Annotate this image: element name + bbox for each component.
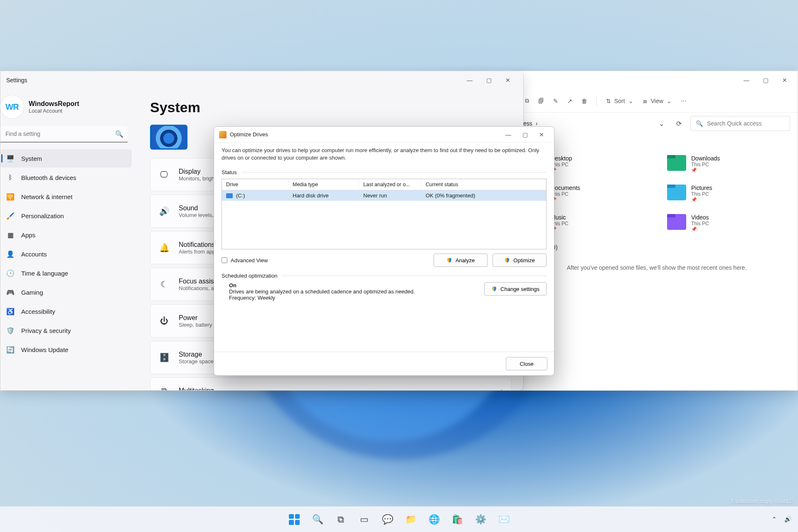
col-media[interactable]: Media type bbox=[288, 179, 359, 190]
task-view-icon[interactable]: ⧉ bbox=[332, 510, 350, 529]
drives-table[interactable]: Drive Media type Last analyzed or o... C… bbox=[222, 179, 547, 249]
start-button[interactable] bbox=[285, 510, 303, 529]
profile-name: WindowsReport bbox=[29, 100, 79, 108]
settings-maximize-button[interactable]: ▢ bbox=[479, 74, 498, 87]
explorer-command-bar: ⧉ 🗐 ✎ ↗ 🗑 ⇅ Sort ⌄ ≣ View ⌄ ⋯ bbox=[516, 89, 798, 113]
nav-icon: 🛡️ bbox=[6, 327, 15, 335]
copy-icon[interactable]: ⧉ bbox=[525, 97, 529, 104]
taskbar-search-icon[interactable]: 🔍 bbox=[308, 510, 327, 529]
search-icon: 🔍 bbox=[696, 120, 703, 127]
pin-icon: 📌 bbox=[551, 197, 580, 202]
widgets-icon[interactable]: ▭ bbox=[355, 510, 373, 529]
refresh-icon[interactable]: ⟳ bbox=[673, 120, 685, 128]
change-settings-button[interactable]: Change settings bbox=[484, 282, 547, 296]
schedule-state: On bbox=[229, 282, 415, 288]
sidebar-item-system[interactable]: 🖥️System bbox=[0, 149, 132, 167]
desktop-preview-thumb[interactable] bbox=[150, 125, 187, 150]
optimize-app-icon bbox=[219, 131, 227, 138]
share-icon[interactable]: ↗ bbox=[567, 98, 572, 104]
sidebar-item-time-language[interactable]: 🕒Time & language bbox=[0, 264, 132, 282]
recent-section-header[interactable]: ⌄ t files (0) bbox=[527, 244, 787, 251]
profile-block[interactable]: WR WindowsReport Local Account bbox=[0, 95, 132, 126]
explorer-close-button[interactable]: ✕ bbox=[775, 74, 794, 87]
folder-name: Documents bbox=[551, 185, 580, 191]
folder-name: Pictures bbox=[691, 185, 712, 191]
sidebar-item-gaming[interactable]: 🎮Gaming bbox=[0, 283, 132, 301]
tile-icon: 🔊 bbox=[159, 206, 170, 216]
sidebar-item-personalization[interactable]: 🖌️Personalization bbox=[0, 207, 132, 225]
quick-access-videos[interactable]: Videos This PC 📌 bbox=[667, 214, 787, 232]
settings-search-input[interactable] bbox=[0, 126, 128, 143]
sidebar-item-network-internet[interactable]: 🛜Network & internet bbox=[0, 187, 132, 206]
nav-label: Windows Update bbox=[21, 346, 68, 353]
mail-icon[interactable]: ✉️ bbox=[495, 510, 513, 529]
sidebar-item-privacy-security[interactable]: 🛡️Privacy & security bbox=[0, 321, 132, 340]
nav-label: Accessibility bbox=[21, 308, 55, 315]
nav-label: Time & language bbox=[21, 270, 68, 277]
settings-taskbar-icon[interactable]: ⚙️ bbox=[471, 510, 490, 529]
view-menu[interactable]: ≣ View ⌄ bbox=[643, 98, 672, 104]
tile-icon: ☾ bbox=[159, 279, 170, 289]
sort-menu[interactable]: ⇅ Sort ⌄ bbox=[606, 98, 633, 104]
sidebar-item-bluetooth-devices[interactable]: ᛒBluetooth & devices bbox=[0, 168, 132, 187]
search-icon: 🔍 bbox=[115, 130, 123, 138]
chevron-right-icon: › bbox=[501, 387, 503, 390]
col-drive[interactable]: Drive bbox=[222, 179, 288, 190]
optimize-button[interactable]: Optimize bbox=[493, 254, 547, 267]
settings-tile-multitasking[interactable]: ⧉ Multitasking › bbox=[150, 377, 512, 390]
nav-icon: 🖌️ bbox=[6, 212, 15, 220]
nav-label: Privacy & security bbox=[21, 327, 71, 334]
sidebar-item-windows-update[interactable]: 🔄Windows Update bbox=[0, 340, 132, 359]
address-dropdown-icon[interactable]: ⌄ bbox=[655, 120, 667, 128]
profile-subtitle: Local Account bbox=[29, 108, 79, 114]
breadcrumb[interactable]: ess › bbox=[523, 120, 537, 127]
advanced-view-checkbox[interactable]: Advanced View bbox=[222, 257, 268, 264]
folders-section-header[interactable]: ⌄ s (6) bbox=[527, 142, 787, 149]
sidebar-item-accounts[interactable]: 👤Accounts bbox=[0, 245, 132, 263]
edge-icon[interactable]: 🌐 bbox=[425, 510, 443, 529]
rename-icon[interactable]: ✎ bbox=[553, 98, 558, 104]
page-title: System bbox=[150, 99, 512, 116]
explorer-search-input[interactable]: 🔍 Search Quick access bbox=[690, 116, 790, 131]
close-button[interactable]: Close bbox=[506, 357, 547, 370]
file-explorer-icon[interactable]: 📁 bbox=[401, 510, 420, 529]
explorer-minimize-button[interactable]: — bbox=[737, 74, 756, 87]
tile-icon: 🗄️ bbox=[159, 352, 170, 362]
sidebar-item-apps[interactable]: ▦Apps bbox=[0, 226, 132, 244]
col-last[interactable]: Last analyzed or o... bbox=[359, 179, 421, 190]
nav-label: Accounts bbox=[21, 251, 47, 258]
nav-icon: 🕒 bbox=[6, 269, 15, 277]
paste-icon[interactable]: 🗐 bbox=[538, 98, 544, 104]
explorer-maximize-button[interactable]: ▢ bbox=[756, 74, 775, 87]
more-menu[interactable]: ⋯ bbox=[681, 98, 687, 104]
delete-icon[interactable]: 🗑 bbox=[581, 98, 587, 104]
folder-location: This PC bbox=[691, 191, 712, 197]
store-icon[interactable]: 🛍️ bbox=[448, 510, 466, 529]
quick-access-pictures[interactable]: Pictures This PC 📌 bbox=[667, 185, 787, 202]
tray-network-icon[interactable]: 🔊 bbox=[784, 516, 791, 522]
folder-icon bbox=[667, 185, 686, 200]
pin-icon: 📌 bbox=[691, 167, 720, 173]
dialog-close-button[interactable]: ✕ bbox=[533, 129, 550, 140]
status-label: Status bbox=[222, 169, 237, 175]
chat-icon[interactable]: 💬 bbox=[378, 510, 397, 529]
drive-icon bbox=[226, 193, 233, 198]
pin-icon: 📌 bbox=[691, 197, 712, 202]
breadcrumb-tail: ess bbox=[523, 120, 532, 127]
dialog-maximize-button[interactable]: ▢ bbox=[517, 129, 533, 140]
folder-location: This PC bbox=[691, 221, 709, 227]
analyze-button[interactable]: Analyze bbox=[433, 254, 488, 267]
tile-title: Multitasking bbox=[179, 387, 214, 390]
settings-minimize-button[interactable]: — bbox=[460, 74, 479, 87]
settings-close-button[interactable]: ✕ bbox=[498, 74, 517, 87]
drive-row-c[interactable]: (C:) Hard disk drive Never run OK (0% fr… bbox=[222, 190, 546, 201]
col-current[interactable]: Current status bbox=[421, 179, 546, 190]
folder-name: Videos bbox=[691, 214, 709, 221]
sidebar-item-accessibility[interactable]: ♿Accessibility bbox=[0, 302, 132, 320]
tray-chevron-icon[interactable]: ⌃ bbox=[772, 516, 777, 522]
dialog-minimize-button[interactable]: — bbox=[500, 129, 517, 140]
pin-icon: 📌 bbox=[691, 227, 709, 232]
nav-label: Gaming bbox=[21, 289, 43, 296]
nav-icon: 👤 bbox=[6, 250, 15, 258]
quick-access-downloads[interactable]: Downloads This PC 📌 bbox=[667, 155, 787, 173]
